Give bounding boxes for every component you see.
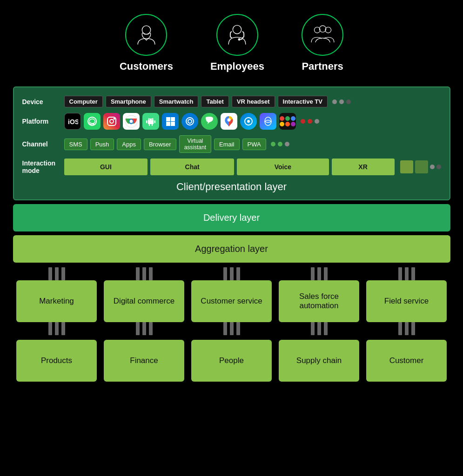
android-icon bbox=[145, 116, 156, 127]
channel-label: Channel bbox=[22, 140, 60, 148]
interaction-label: Interactionmode bbox=[22, 159, 60, 174]
box-digital-commerce-wrapper: Digital commerce bbox=[101, 266, 188, 336]
device-row: Device Computer Smartphone Smartwatch Ta… bbox=[22, 96, 441, 107]
box-people-wrapper: People bbox=[188, 340, 275, 382]
extra-box1 bbox=[400, 160, 413, 173]
idot1 bbox=[430, 165, 435, 169]
client-layer-title: Client/presentation layer bbox=[22, 181, 441, 193]
stripe16 bbox=[223, 322, 227, 335]
connector-bottom-marketing bbox=[13, 322, 101, 336]
box-field-service: Field service bbox=[366, 280, 447, 322]
stripe10 bbox=[136, 322, 140, 335]
dot1 bbox=[332, 99, 337, 104]
aggregation-layer: Aggregation layer bbox=[13, 235, 450, 263]
stripe24 bbox=[324, 322, 328, 335]
interaction-gui: GUI bbox=[64, 159, 148, 175]
device-smartwatch: Smartwatch bbox=[154, 96, 199, 107]
stripe18 bbox=[236, 322, 240, 335]
device-label: Device bbox=[22, 98, 60, 106]
device-computer: Computer bbox=[64, 96, 103, 107]
connector-bottom-dc bbox=[101, 322, 188, 336]
box-marketing-wrapper: Marketing bbox=[13, 266, 101, 336]
interaction-chat: Chat bbox=[150, 159, 234, 175]
platform-imessage bbox=[201, 113, 218, 130]
client-presentation-layer: Device Computer Smartphone Smartwatch Ta… bbox=[13, 86, 450, 200]
partners-label: Partners bbox=[302, 60, 343, 73]
extra-box2 bbox=[415, 160, 428, 173]
dot3 bbox=[346, 99, 351, 104]
c4 bbox=[280, 122, 284, 126]
svg-rect-23 bbox=[166, 122, 170, 126]
interaction-voice: Voice bbox=[237, 159, 329, 175]
svg-rect-24 bbox=[171, 122, 175, 126]
siri-icon bbox=[263, 116, 273, 126]
box-finance-wrapper: Finance bbox=[101, 340, 188, 382]
svg-point-5 bbox=[319, 26, 326, 32]
stripe30 bbox=[411, 322, 415, 335]
channel-pwa: PWA bbox=[242, 139, 266, 150]
stripe23 bbox=[317, 322, 321, 335]
box-sfa-wrapper: Sales force automation bbox=[275, 266, 363, 336]
employees-label: Employees bbox=[210, 60, 264, 73]
channel-items: SMS Push Apps Browser Virtualassistant E… bbox=[64, 135, 289, 153]
stripe28 bbox=[398, 322, 402, 335]
device-smartphone: Smartphone bbox=[106, 96, 151, 107]
platform-cortana2 bbox=[240, 113, 257, 130]
employees-icon-circle bbox=[216, 14, 258, 56]
platform-siri bbox=[260, 113, 276, 130]
cortana-icon bbox=[184, 116, 195, 127]
interaction-items: GUI Chat Voice XR bbox=[64, 159, 441, 175]
platform-chrome bbox=[123, 113, 140, 130]
stripe5 bbox=[55, 322, 59, 335]
c5 bbox=[285, 122, 290, 126]
platform-items: iOS bbox=[64, 113, 319, 130]
box-customer-wrapper: Customer bbox=[363, 340, 450, 382]
platform-whatsapp bbox=[84, 113, 101, 130]
stripe20 bbox=[317, 267, 321, 280]
box-products-wrapper: Products bbox=[13, 340, 101, 382]
box-people: People bbox=[191, 340, 272, 382]
c2 bbox=[285, 116, 290, 121]
c6 bbox=[291, 122, 295, 126]
stripe25 bbox=[398, 267, 402, 280]
ios-icon: iOS bbox=[67, 116, 78, 127]
platform-maps bbox=[221, 113, 237, 130]
c3 bbox=[291, 116, 295, 121]
channel-browser: Browser bbox=[144, 139, 176, 150]
svg-point-3 bbox=[314, 27, 320, 33]
pdot1 bbox=[301, 119, 305, 124]
connector-top-dc bbox=[101, 266, 188, 280]
svg-point-4 bbox=[325, 27, 331, 33]
box-marketing: Marketing bbox=[16, 280, 97, 322]
box-digital-commerce: Digital commerce bbox=[104, 280, 184, 322]
connector-bottom-cs bbox=[188, 322, 275, 336]
svg-point-10 bbox=[114, 119, 114, 119]
stripe13 bbox=[223, 267, 227, 280]
customers-svg bbox=[134, 22, 159, 48]
box-supply-chain-wrapper: Supply chain bbox=[275, 340, 363, 382]
partners-svg bbox=[310, 22, 336, 48]
interaction-row: Interactionmode GUI Chat Voice XR bbox=[22, 159, 441, 175]
persona-employees: Employees bbox=[210, 14, 264, 73]
svg-point-2 bbox=[239, 38, 241, 40]
box-field-service-wrapper: Field service bbox=[363, 266, 450, 336]
svg-point-27 bbox=[227, 119, 230, 122]
stripe2 bbox=[55, 267, 59, 280]
customers-icon-circle bbox=[125, 14, 167, 56]
idot2 bbox=[436, 165, 441, 169]
stripe9 bbox=[149, 267, 153, 280]
svg-point-1 bbox=[233, 25, 242, 33]
device-tv: Interactive TV bbox=[278, 96, 328, 107]
platform-label: Platform bbox=[22, 118, 60, 125]
instagram-icon bbox=[107, 116, 117, 126]
top-boxes-row: Marketing Digital commerce bbox=[13, 266, 450, 336]
platform-row: Platform iOS bbox=[22, 113, 441, 130]
box-customer-service-wrapper: Customer service bbox=[188, 266, 275, 336]
windows-icon bbox=[165, 116, 175, 126]
svg-rect-22 bbox=[171, 117, 175, 121]
imessage-icon bbox=[204, 116, 215, 127]
stripe21 bbox=[324, 267, 328, 280]
channel-push: Push bbox=[90, 139, 114, 150]
bottom-boxes-row: Products Finance People Supply chain Cus… bbox=[13, 340, 450, 382]
pdot2 bbox=[308, 119, 312, 124]
